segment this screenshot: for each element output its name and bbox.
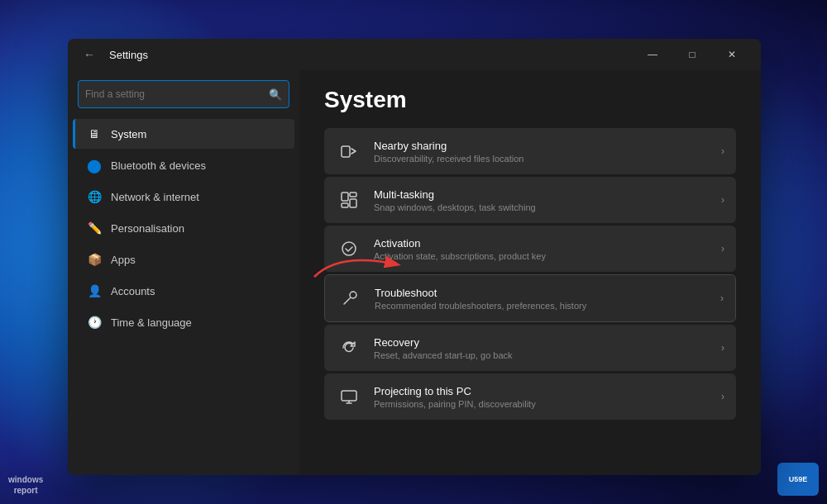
projecting-icon [336, 383, 362, 410]
sidebar-item-label-accounts: Accounts [111, 285, 155, 297]
activation-desc: Activation state, subscriptions, product… [374, 251, 546, 261]
system-icon: 🖥 [86, 126, 103, 142]
recovery-icon [336, 335, 362, 361]
search-input[interactable] [85, 88, 269, 100]
chevron-icon: › [721, 145, 724, 157]
accounts-icon: 👤 [86, 283, 103, 299]
window-controls: — □ ✕ [633, 41, 751, 68]
activation-icon [336, 235, 362, 262]
sidebar-item-apps[interactable]: 📦 Apps [73, 245, 294, 274]
setting-troubleshoot[interactable]: Troubleshoot Recommended troubleshooters… [324, 274, 736, 322]
title-bar-left: ← Settings [78, 43, 148, 66]
sidebar: 🔍 🖥 System ⬤ Bluetooth & devices 🌐 Netwo… [68, 70, 299, 475]
setting-projecting[interactable]: Projecting to this PC Permissions, pairi… [324, 373, 736, 420]
apps-icon: 📦 [86, 251, 103, 268]
watermark-right: U59E [777, 463, 819, 496]
setting-multi-tasking[interactable]: Multi-tasking Snap windows, desktops, ta… [324, 177, 736, 223]
chevron-icon: › [721, 342, 724, 354]
nearby-sharing-desc: Discoverability, received files location [374, 154, 523, 164]
settings-window: ← Settings — □ ✕ 🔍 🖥 System ⬤ Bluetooth [68, 39, 761, 475]
multi-tasking-desc: Snap windows, desktops, task switching [374, 202, 536, 212]
sidebar-item-label-personalisation: Personalisation [111, 222, 184, 235]
setting-nearby-sharing[interactable]: Nearby sharing Discoverability, received… [324, 128, 736, 174]
recovery-desc: Reset, advanced start-up, go back [374, 350, 513, 360]
nearby-sharing-icon [336, 138, 362, 164]
svg-rect-0 [342, 146, 350, 157]
recovery-title: Recovery [374, 336, 513, 349]
minimize-button[interactable]: — [633, 41, 672, 68]
sidebar-item-label-apps: Apps [111, 254, 136, 266]
sidebar-item-label-time: Time & language [111, 316, 192, 329]
svg-point-6 [350, 292, 356, 298]
network-icon: 🌐 [86, 188, 103, 205]
setting-left: Multi-tasking Snap windows, desktops, ta… [336, 187, 536, 213]
sidebar-item-personalisation[interactable]: ✏️ Personalisation [73, 213, 294, 243]
setting-left: Nearby sharing Discoverability, received… [336, 138, 523, 164]
svg-rect-7 [342, 391, 356, 401]
sidebar-item-accounts[interactable]: 👤 Accounts [73, 276, 294, 306]
watermark-left: windows report [8, 474, 43, 496]
sidebar-item-system[interactable]: 🖥 System [73, 119, 294, 149]
setting-left: Activation Activation state, subscriptio… [336, 235, 546, 262]
setting-activation[interactable]: Activation Activation state, subscriptio… [324, 226, 736, 272]
window-title: Settings [109, 49, 148, 61]
title-bar: ← Settings — □ ✕ [68, 39, 761, 70]
svg-rect-1 [342, 193, 348, 201]
sidebar-item-label-system: System [111, 128, 146, 140]
setting-left: Projecting to this PC Permissions, pairi… [336, 383, 536, 410]
chevron-icon: › [720, 292, 724, 304]
multi-tasking-title: Multi-tasking [374, 188, 536, 201]
nearby-sharing-title: Nearby sharing [374, 140, 523, 152]
setting-recovery[interactable]: Recovery Reset, advanced start-up, go ba… [324, 325, 736, 371]
page-title: System [324, 87, 736, 113]
activation-title: Activation [374, 237, 546, 250]
svg-point-5 [342, 242, 356, 255]
projecting-title: Projecting to this PC [374, 385, 536, 397]
setting-left: Troubleshoot Recommended troubleshooters… [337, 285, 586, 311]
sidebar-item-label-bluetooth: Bluetooth & devices [111, 159, 206, 172]
sidebar-item-label-network: Network & internet [111, 191, 199, 203]
svg-rect-2 [350, 193, 356, 197]
settings-list: Nearby sharing Discoverability, received… [324, 128, 736, 420]
troubleshoot-title: Troubleshoot [375, 287, 586, 299]
projecting-desc: Permissions, pairing PIN, discoverabilit… [374, 399, 536, 409]
troubleshoot-desc: Recommended troubleshooters, preferences… [375, 301, 586, 311]
chevron-icon: › [721, 194, 724, 206]
sidebar-item-time[interactable]: 🕐 Time & language [73, 307, 294, 337]
troubleshoot-icon [337, 285, 363, 311]
setting-left: Recovery Reset, advanced start-up, go ba… [336, 335, 513, 361]
maximize-button[interactable]: □ [673, 41, 711, 68]
bluetooth-icon: ⬤ [86, 157, 103, 174]
personalisation-icon: ✏️ [86, 220, 103, 236]
search-icon: 🔍 [269, 88, 282, 101]
sidebar-item-network[interactable]: 🌐 Network & internet [73, 182, 294, 212]
search-box[interactable]: 🔍 [78, 80, 289, 108]
multi-tasking-icon [336, 187, 362, 213]
right-panel: System Nearby sharing Discovera [299, 70, 761, 475]
content-area: 🔍 🖥 System ⬤ Bluetooth & devices 🌐 Netwo… [68, 70, 761, 475]
chevron-icon: › [721, 243, 724, 254]
svg-rect-3 [350, 199, 356, 207]
back-button[interactable]: ← [78, 43, 101, 66]
sidebar-item-bluetooth[interactable]: ⬤ Bluetooth & devices [73, 150, 294, 180]
svg-rect-4 [342, 203, 348, 207]
close-button[interactable]: ✕ [713, 41, 751, 68]
time-icon: 🕐 [86, 314, 103, 330]
chevron-icon: › [721, 391, 724, 402]
